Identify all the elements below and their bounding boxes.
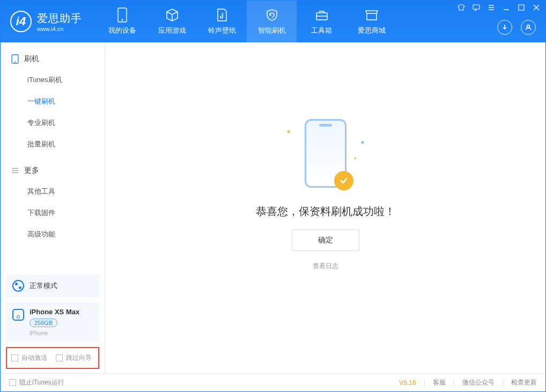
header-actions <box>497 20 536 35</box>
tab-label: 智能刷机 <box>258 26 286 35</box>
sidebar-item-download-firmware[interactable]: 下载固件 <box>1 202 105 224</box>
checkbox-label: 跳过向导 <box>66 353 92 363</box>
download-button[interactable] <box>497 20 512 35</box>
tab-label: 铃声壁纸 <box>208 26 236 35</box>
minimize-button[interactable] <box>501 3 511 12</box>
checkbox-block-itunes[interactable]: 阻止iTunes运行 <box>9 378 64 387</box>
device-icon <box>117 8 128 23</box>
options-highlight-box: 自动激活 跳过向导 <box>6 347 99 369</box>
sidebar-item-itunes-flash[interactable]: iTunes刷机 <box>1 69 105 91</box>
checkbox-label: 自动激活 <box>21 353 47 363</box>
tab-apps-games[interactable]: 应用游戏 <box>147 1 197 42</box>
feedback-icon[interactable] <box>471 3 481 12</box>
checkbox-icon <box>11 354 18 361</box>
refresh-shield-icon <box>265 8 279 23</box>
tab-label: 我的设备 <box>108 26 136 35</box>
main-content: ✦ ✦ • 恭喜您，保资料刷机成功啦！ 确定 查看日志 <box>105 42 545 373</box>
device-info: iPhone XS Max 256GB iPhone <box>29 308 79 336</box>
app-window: i4 爱思助手 www.i4.cn 我的设备 应用游戏 铃声壁纸 智能刷机 <box>0 0 546 392</box>
svg-rect-9 <box>519 5 524 10</box>
device-card[interactable]: iPhone XS Max 256GB iPhone <box>6 302 99 342</box>
close-button[interactable] <box>532 3 541 12</box>
mode-icon <box>12 280 24 292</box>
music-file-icon <box>216 8 228 23</box>
tab-store[interactable]: 爱思商城 <box>346 1 396 42</box>
svg-point-1 <box>121 19 123 21</box>
svg-point-12 <box>527 25 530 28</box>
sidebar-section-flash: 刷机 <box>1 51 105 69</box>
sidebar-item-other-tools[interactable]: 其他工具 <box>1 181 105 202</box>
sidebar-item-advanced[interactable]: 高级功能 <box>1 224 105 245</box>
tab-smart-flash[interactable]: 智能刷机 <box>247 1 297 42</box>
skin-icon[interactable] <box>456 3 466 12</box>
toolbox-icon <box>315 8 329 23</box>
user-button[interactable] <box>521 20 536 35</box>
phone-icon <box>11 54 19 64</box>
sidebar-section-more: 更多 <box>1 162 105 181</box>
sidebar-item-onekey-flash[interactable]: 一键刷机 <box>1 91 105 112</box>
checkbox-auto-activate[interactable]: 自动激活 <box>11 353 47 363</box>
device-type: iPhone <box>29 330 79 336</box>
separator: | <box>453 379 455 387</box>
list-icon <box>11 167 19 174</box>
wechat-link[interactable]: 微信公众号 <box>462 378 495 387</box>
section-title: 更多 <box>24 166 39 175</box>
device-icon <box>12 309 24 321</box>
sparkle-icon: ✦ <box>286 128 291 136</box>
logo-icon: i4 <box>10 11 32 32</box>
footer: 阻止iTunes运行 V8.16 | 客服 | 微信公众号 | 检查更新 <box>1 373 545 391</box>
window-controls <box>456 3 541 12</box>
app-name-en: www.i4.cn <box>37 26 82 32</box>
tab-toolbox[interactable]: 工具箱 <box>297 1 346 42</box>
separator: | <box>502 379 504 387</box>
svg-point-14 <box>14 61 16 62</box>
maximize-button[interactable] <box>517 3 526 12</box>
menu-icon[interactable] <box>486 3 496 12</box>
header: i4 爱思助手 www.i4.cn 我的设备 应用游戏 铃声壁纸 智能刷机 <box>1 1 545 42</box>
tab-ringtones-wallpapers[interactable]: 铃声壁纸 <box>197 1 247 42</box>
app-name-cn: 爱思助手 <box>37 11 82 26</box>
sidebar: 刷机 iTunes刷机 一键刷机 专业刷机 批量刷机 更多 其他工具 下载固件 … <box>1 42 105 373</box>
section-title: 刷机 <box>24 54 39 64</box>
nav-tabs: 我的设备 应用游戏 铃声壁纸 智能刷机 工具箱 爱思商城 <box>97 1 396 42</box>
store-icon <box>365 8 379 23</box>
mode-status-card[interactable]: 正常模式 <box>6 275 99 297</box>
check-badge-icon <box>334 171 353 190</box>
tab-label: 工具箱 <box>311 26 332 35</box>
sparkle-icon: • <box>354 155 356 162</box>
checkbox-icon <box>56 354 63 361</box>
sparkle-icon: ✦ <box>360 139 365 146</box>
success-illustration: ✦ ✦ • <box>267 113 385 194</box>
success-message: 恭喜您，保资料刷机成功啦！ <box>256 204 395 219</box>
mode-label: 正常模式 <box>29 281 57 291</box>
logo: i4 爱思助手 www.i4.cn <box>1 11 92 32</box>
checkbox-skip-guide[interactable]: 跳过向导 <box>56 353 92 363</box>
ok-button[interactable]: 确定 <box>292 230 359 251</box>
body: 刷机 iTunes刷机 一键刷机 专业刷机 批量刷机 更多 其他工具 下载固件 … <box>1 42 545 373</box>
sidebar-item-batch-flash[interactable]: 批量刷机 <box>1 134 105 155</box>
customer-service-link[interactable]: 客服 <box>433 378 446 387</box>
version-label: V8.16 <box>399 379 416 387</box>
footer-right: V8.16 | 客服 | 微信公众号 | 检查更新 <box>399 378 537 387</box>
checkbox-label: 阻止iTunes运行 <box>19 378 64 387</box>
cube-icon <box>165 8 179 23</box>
device-capacity: 256GB <box>29 319 57 327</box>
checkbox-icon <box>9 379 16 386</box>
tab-label: 应用游戏 <box>158 26 186 35</box>
separator: | <box>424 379 425 387</box>
tab-label: 爱思商城 <box>358 26 386 35</box>
view-log-link[interactable]: 查看日志 <box>313 262 338 271</box>
tab-my-device[interactable]: 我的设备 <box>97 1 147 42</box>
device-name: iPhone XS Max <box>29 308 79 316</box>
svg-rect-4 <box>473 5 479 9</box>
check-update-link[interactable]: 检查更新 <box>511 378 537 387</box>
logo-text: 爱思助手 www.i4.cn <box>37 11 82 32</box>
sidebar-item-pro-flash[interactable]: 专业刷机 <box>1 112 105 134</box>
